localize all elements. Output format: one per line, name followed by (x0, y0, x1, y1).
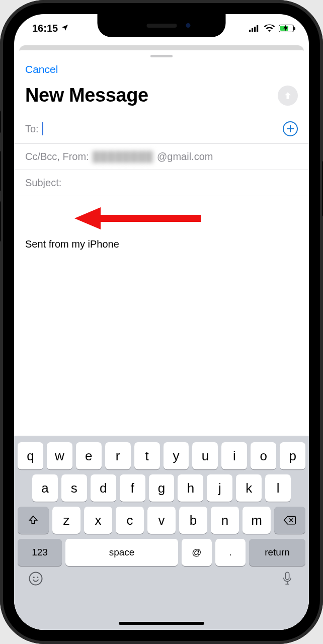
cellular-icon (249, 23, 260, 34)
key-n[interactable]: n (211, 507, 239, 534)
keyboard: qwertyuiop asdfghjkl zxcvbnm 123 space @… (14, 436, 309, 630)
key-b[interactable]: b (179, 507, 207, 534)
key-row-2: asdfghjkl (14, 474, 309, 502)
svg-point-6 (37, 577, 38, 578)
svg-point-4 (30, 573, 42, 585)
subject-label: Subject: (25, 177, 61, 189)
svg-point-5 (33, 577, 35, 578)
notch (98, 14, 226, 37)
subject-field-row[interactable]: Subject: (14, 170, 309, 196)
key-w[interactable]: w (47, 442, 72, 469)
key-f[interactable]: f (120, 474, 145, 502)
key-p[interactable]: p (280, 442, 305, 469)
numbers-key[interactable]: 123 (18, 539, 62, 566)
to-label: To: (25, 123, 39, 135)
send-button[interactable] (278, 86, 298, 106)
svg-rect-3 (257, 25, 258, 32)
dictation-key[interactable] (279, 570, 296, 587)
key-q[interactable]: q (18, 442, 43, 469)
email-signature: Sent from my iPhone (25, 238, 298, 250)
cancel-button[interactable]: Cancel (25, 63, 58, 75)
home-indicator[interactable] (119, 622, 204, 625)
wifi-icon (264, 23, 275, 34)
key-y[interactable]: y (164, 442, 189, 469)
front-camera (186, 23, 191, 28)
key-a[interactable]: a (32, 474, 58, 502)
space-key[interactable]: space (65, 539, 178, 566)
location-icon (61, 23, 69, 34)
period-key[interactable]: . (215, 539, 246, 566)
key-row-4: 123 space @ . return (14, 539, 309, 566)
key-row-3: zxcvbnm (14, 507, 309, 534)
key-r[interactable]: r (105, 442, 131, 469)
status-time: 16:15 (32, 23, 58, 34)
key-z[interactable]: z (52, 507, 80, 534)
from-domain: @gmail.com (157, 151, 213, 163)
title-row: New Message (14, 78, 309, 114)
arrow-up-icon (283, 91, 293, 101)
to-field-row[interactable]: To: (14, 114, 309, 144)
svg-rect-7 (285, 572, 289, 580)
key-row-1: qwertyuiop (14, 442, 309, 469)
key-t[interactable]: t (134, 442, 160, 469)
volume-up-button (0, 151, 1, 191)
key-u[interactable]: u (192, 442, 218, 469)
shift-key[interactable] (18, 507, 49, 534)
at-key[interactable]: @ (182, 539, 212, 566)
backspace-key[interactable] (274, 507, 305, 534)
screen: 16:15 (14, 14, 309, 630)
key-s[interactable]: s (61, 474, 87, 502)
page-title: New Message (25, 85, 148, 106)
charging-bolt-icon (283, 24, 288, 33)
add-contact-button[interactable] (283, 121, 298, 136)
key-l[interactable]: l (265, 474, 291, 502)
svg-rect-0 (249, 30, 251, 32)
key-h[interactable]: h (178, 474, 203, 502)
key-x[interactable]: x (84, 507, 112, 534)
mute-switch (0, 111, 1, 133)
svg-rect-1 (252, 28, 253, 32)
volume-down-button (0, 201, 1, 242)
key-j[interactable]: j (207, 474, 232, 502)
svg-rect-2 (254, 27, 256, 32)
sheet-grabber[interactable] (150, 55, 173, 57)
compose-sheet: Cancel New Message To: Cc/Bcc, From: ███… (14, 50, 309, 630)
key-e[interactable]: e (76, 442, 102, 469)
key-m[interactable]: m (243, 507, 271, 534)
iphone-device-frame: 16:15 (0, 0, 323, 644)
nav-row: Cancel (14, 60, 309, 78)
earpiece-speaker (146, 24, 177, 28)
key-c[interactable]: c (116, 507, 144, 534)
key-v[interactable]: v (147, 507, 176, 534)
key-d[interactable]: d (91, 474, 116, 502)
redacted-from-name: ████████ (93, 151, 153, 163)
battery-icon (279, 25, 294, 32)
keyboard-footer (14, 566, 309, 587)
return-key[interactable]: return (249, 539, 305, 566)
key-i[interactable]: i (221, 442, 247, 469)
text-cursor (42, 122, 43, 135)
emoji-key[interactable] (27, 570, 44, 587)
ccbcc-from-label: Cc/Bcc, From: (25, 151, 89, 163)
key-k[interactable]: k (236, 474, 262, 502)
key-g[interactable]: g (149, 474, 175, 502)
ccbcc-from-field-row[interactable]: Cc/Bcc, From: ████████ @gmail.com (14, 144, 309, 170)
key-o[interactable]: o (251, 442, 276, 469)
